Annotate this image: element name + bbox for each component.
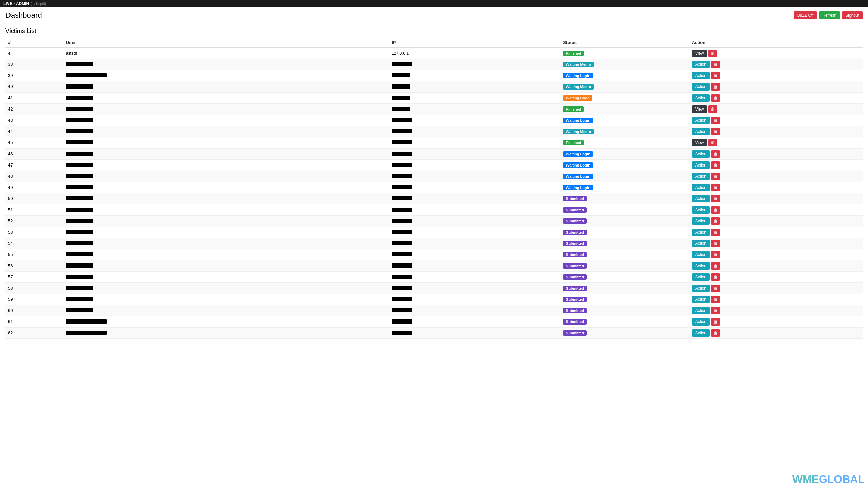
delete-button[interactable]: 🗑: [711, 217, 720, 225]
col-header-user: User: [63, 38, 389, 47]
row-num: 53: [5, 227, 63, 238]
delete-button[interactable]: 🗑: [711, 61, 720, 68]
delete-button[interactable]: 🗑: [711, 206, 720, 214]
action-button[interactable]: Action: [692, 285, 710, 292]
row-action: Action🗑: [689, 249, 863, 260]
delete-button[interactable]: 🗑: [711, 184, 720, 191]
action-button[interactable]: Action: [692, 195, 710, 202]
action-cell: Action🗑: [692, 217, 860, 225]
action-button[interactable]: Action: [692, 173, 710, 180]
row-action: Action🗑: [689, 272, 863, 283]
action-button[interactable]: Action: [692, 240, 710, 247]
action-button[interactable]: Action: [692, 72, 710, 79]
row-num: 55: [5, 249, 63, 260]
action-button[interactable]: Action: [692, 94, 710, 102]
row-num: 51: [5, 204, 63, 216]
status-badge: Waiting Login: [563, 185, 593, 190]
delete-button[interactable]: 🗑: [711, 117, 720, 124]
row-user: [63, 193, 389, 204]
delete-button[interactable]: 🗑: [711, 285, 720, 292]
header-buttons: BuZZ Off Refresh Signout: [794, 11, 863, 19]
action-cell: Action🗑: [692, 229, 860, 236]
action-button[interactable]: Action: [692, 83, 710, 91]
delete-button[interactable]: 🗑: [711, 150, 720, 158]
delete-button[interactable]: 🗑: [711, 229, 720, 236]
status-badge: Finished: [563, 51, 584, 56]
view-button[interactable]: View: [692, 139, 707, 146]
delete-button[interactable]: 🗑: [711, 195, 720, 202]
row-status: Waiting Login: [560, 171, 689, 182]
delete-button[interactable]: 🗑: [711, 273, 720, 281]
row-status: Submitted: [560, 193, 689, 204]
delete-button[interactable]: 🗑: [711, 94, 720, 102]
action-button[interactable]: Action: [692, 117, 710, 124]
action-button[interactable]: Action: [692, 150, 710, 158]
action-cell: View🗑: [692, 139, 860, 146]
status-badge: Submitted: [563, 330, 587, 336]
row-ip: 127.0.0.1: [389, 47, 560, 59]
action-cell: Action🗑: [692, 83, 860, 91]
action-button[interactable]: Action: [692, 307, 710, 314]
action-button[interactable]: Action: [692, 318, 710, 326]
row-ip: [389, 193, 560, 204]
action-button[interactable]: Action: [692, 128, 710, 135]
delete-button[interactable]: 🗑: [711, 161, 720, 169]
row-status: Submitted: [560, 216, 689, 227]
table-row: 57SubmittedAction🗑: [5, 272, 863, 283]
action-cell: Action🗑: [692, 251, 860, 258]
row-status: Submitted: [560, 305, 689, 316]
row-user: [63, 316, 389, 328]
action-button[interactable]: Action: [692, 161, 710, 169]
table-row: 59SubmittedAction🗑: [5, 294, 863, 305]
delete-button[interactable]: 🗑: [711, 128, 720, 135]
row-num: 42: [5, 104, 63, 115]
action-button[interactable]: Action: [692, 329, 710, 337]
row-action: Action🗑: [689, 81, 863, 93]
delete-button[interactable]: 🗑: [708, 139, 717, 146]
table-row: 61SubmittedAction🗑: [5, 316, 863, 328]
action-button[interactable]: Action: [692, 251, 710, 258]
row-num: 39: [5, 70, 63, 81]
table-body: 4asfsdf127.0.0.1FinishedView🗑38Waiting M…: [5, 47, 863, 339]
view-button[interactable]: View: [692, 105, 707, 113]
view-button[interactable]: View: [692, 50, 707, 57]
page-title: Dashboard: [5, 11, 42, 20]
delete-button[interactable]: 🗑: [708, 50, 717, 57]
action-button[interactable]: Action: [692, 296, 710, 303]
delete-button[interactable]: 🗑: [711, 83, 720, 91]
action-button[interactable]: Action: [692, 229, 710, 236]
row-user: [63, 238, 389, 249]
row-status: Finished: [560, 104, 689, 115]
action-cell: Action🗑: [692, 273, 860, 281]
action-button[interactable]: Action: [692, 184, 710, 191]
status-badge: Submitted: [563, 196, 587, 201]
action-button[interactable]: Action: [692, 262, 710, 270]
delete-button[interactable]: 🗑: [711, 251, 720, 258]
row-user: [63, 126, 389, 137]
delete-button[interactable]: 🗑: [711, 72, 720, 79]
refresh-button[interactable]: Refresh: [819, 11, 840, 19]
delete-button[interactable]: 🗑: [711, 240, 720, 247]
delete-button[interactable]: 🗑: [711, 307, 720, 314]
table-row: 62SubmittedAction🗑: [5, 328, 863, 339]
row-ip: [389, 115, 560, 126]
row-action: Action🗑: [689, 204, 863, 216]
action-button[interactable]: Action: [692, 273, 710, 281]
delete-button[interactable]: 🗑: [711, 262, 720, 270]
delete-button[interactable]: 🗑: [708, 105, 717, 113]
delete-button[interactable]: 🗑: [711, 329, 720, 337]
delete-button[interactable]: 🗑: [711, 173, 720, 180]
row-num: 62: [5, 328, 63, 339]
signout-button[interactable]: Signout: [842, 11, 863, 19]
action-cell: Action🗑: [692, 318, 860, 326]
action-button[interactable]: Action: [692, 206, 710, 214]
delete-button[interactable]: 🗑: [711, 296, 720, 303]
row-user: [63, 272, 389, 283]
action-button[interactable]: Action: [692, 217, 710, 225]
row-user: asfsdf: [63, 47, 389, 59]
row-status: Submitted: [560, 272, 689, 283]
action-button[interactable]: Action: [692, 61, 710, 68]
buzz-button[interactable]: BuZZ Off: [794, 11, 817, 19]
table-header: # User IP Status Action: [5, 38, 863, 47]
delete-button[interactable]: 🗑: [711, 318, 720, 326]
